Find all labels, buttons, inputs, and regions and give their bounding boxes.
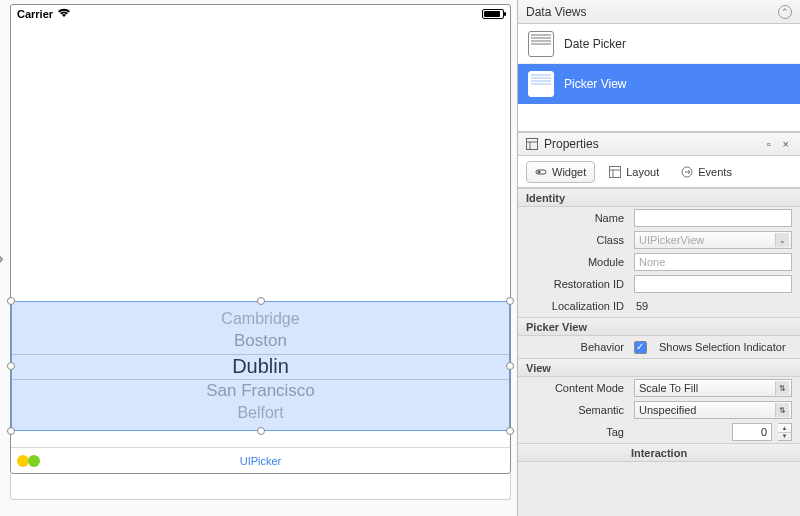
- properties-icon: [526, 138, 538, 150]
- tab-label: Events: [698, 166, 732, 178]
- data-views-item-picker-view[interactable]: Picker View: [518, 64, 800, 104]
- label-module: Module: [518, 256, 628, 268]
- localization-id-value: 59: [634, 300, 648, 312]
- device-frame: Carrier Cambridge Boston Dublin San Fran…: [10, 4, 511, 474]
- label-semantic: Semantic: [518, 404, 628, 416]
- panel-header-data-views[interactable]: Data Views ⌃: [518, 0, 800, 24]
- wifi-icon: [57, 8, 71, 20]
- semantic-select[interactable]: Unspecified ⇅: [634, 401, 792, 419]
- label-name: Name: [518, 212, 628, 224]
- label-localization-id: Localization ID: [518, 300, 628, 312]
- section-identity: Identity: [518, 188, 800, 207]
- shows-selection-indicator-checkbox[interactable]: [634, 341, 647, 354]
- canvas: › Carrier Cambridge Boston Dublin San Fr…: [0, 0, 517, 516]
- section-interaction: Interaction: [518, 443, 800, 462]
- tab-layout[interactable]: Layout: [601, 161, 667, 183]
- chevron-down-icon: ⌄: [775, 233, 789, 247]
- resize-handle[interactable]: [506, 297, 514, 305]
- resize-handle[interactable]: [7, 362, 15, 370]
- resize-handle[interactable]: [7, 427, 15, 435]
- class-select[interactable]: UIPickerView ⌄: [634, 231, 792, 249]
- picker-view-thumb-icon: [528, 71, 554, 97]
- canvas-bottom-strip: [10, 474, 511, 500]
- data-views-item-label: Date Picker: [564, 37, 626, 51]
- chevron-up-icon[interactable]: ▲: [778, 424, 791, 433]
- shows-selection-indicator-label: Shows Selection Indicator: [657, 341, 786, 353]
- inspector: Data Views ⌃ Date Picker Picker View Pro…: [517, 0, 800, 516]
- label-behavior: Behavior: [518, 341, 628, 353]
- data-views-list: Date Picker Picker View: [518, 24, 800, 132]
- module-field[interactable]: [634, 253, 792, 271]
- content-mode-select[interactable]: Scale To Fill ⇅: [634, 379, 792, 397]
- label-tag: Tag: [518, 426, 628, 438]
- semantic-value: Unspecified: [639, 404, 696, 416]
- panel-title: Properties: [544, 137, 599, 151]
- tag-stepper[interactable]: ▲▼: [778, 423, 792, 441]
- name-field[interactable]: [634, 209, 792, 227]
- data-views-item-date-picker[interactable]: Date Picker: [518, 24, 800, 64]
- properties-body: Identity Name Class UIPickerView ⌄ Modul…: [518, 188, 800, 516]
- label-restoration-id: Restoration ID: [518, 278, 628, 290]
- chevron-up-down-icon: ⇅: [775, 403, 789, 417]
- resize-handle[interactable]: [506, 362, 514, 370]
- section-view: View: [518, 358, 800, 377]
- chevron-up-down-icon: ⇅: [775, 381, 789, 395]
- chevron-down-icon[interactable]: ▼: [778, 433, 791, 441]
- status-bar: Carrier: [11, 5, 510, 23]
- tab-widget[interactable]: Widget: [526, 161, 595, 183]
- collapse-icon[interactable]: ⌃: [778, 5, 792, 19]
- data-views-item-label: Picker View: [564, 77, 626, 91]
- tag-field[interactable]: [732, 423, 772, 441]
- events-icon: [681, 166, 693, 178]
- close-icon[interactable]: ×: [780, 138, 792, 150]
- panel-header-properties[interactable]: Properties ▫ ×: [518, 132, 800, 156]
- panel-title: Data Views: [526, 5, 586, 19]
- tab-events[interactable]: Events: [673, 161, 740, 183]
- widget-icon: [535, 166, 547, 178]
- content-mode-value: Scale To Fill: [639, 382, 698, 394]
- selection-overlay[interactable]: [11, 301, 510, 431]
- label-content-mode: Content Mode: [518, 382, 628, 394]
- label-class: Class: [518, 234, 628, 246]
- section-picker-view: Picker View: [518, 317, 800, 336]
- designer-footer: UIPicker: [11, 447, 510, 473]
- layout-icon: [609, 166, 621, 178]
- svg-rect-5: [610, 166, 621, 177]
- resize-handle[interactable]: [257, 297, 265, 305]
- svg-point-4: [538, 170, 541, 173]
- back-chevron-icon[interactable]: ›: [0, 244, 4, 272]
- ok-dot-icon[interactable]: [28, 455, 40, 467]
- tab-label: Layout: [626, 166, 659, 178]
- date-picker-thumb-icon: [528, 31, 554, 57]
- svg-rect-0: [527, 139, 538, 150]
- detach-icon[interactable]: ▫: [764, 138, 774, 150]
- carrier-label: Carrier: [17, 8, 53, 20]
- tab-label: Widget: [552, 166, 586, 178]
- resize-handle[interactable]: [506, 427, 514, 435]
- class-select-value: UIPickerView: [639, 234, 704, 246]
- resize-handle[interactable]: [257, 427, 265, 435]
- resize-handle[interactable]: [7, 297, 15, 305]
- properties-tabs: Widget Layout Events: [518, 156, 800, 188]
- footer-label[interactable]: UIPicker: [240, 455, 282, 467]
- restoration-id-field[interactable]: [634, 275, 792, 293]
- battery-icon: [482, 9, 504, 19]
